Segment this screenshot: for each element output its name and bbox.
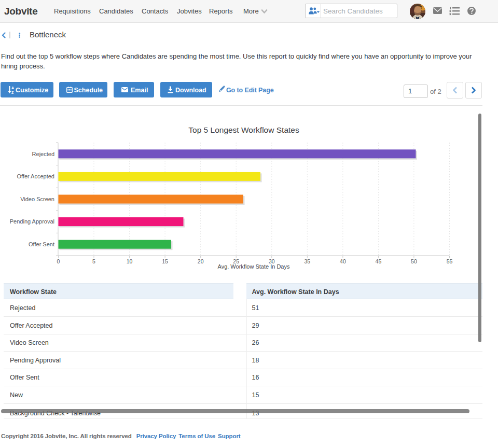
svg-text:45: 45	[376, 258, 382, 264]
svg-text:35: 35	[304, 258, 310, 264]
svg-text:10: 10	[127, 258, 133, 264]
svg-text:5: 5	[92, 258, 95, 264]
svg-text:Offer Accepted: Offer Accepted	[17, 173, 54, 179]
svg-text:40: 40	[340, 258, 346, 264]
svg-text:A: A	[11, 86, 14, 90]
svg-text:Top 5 Longest Workflow States: Top 5 Longest Workflow States	[188, 125, 299, 134]
svg-text:Offer Sent: Offer Sent	[29, 241, 54, 247]
svg-text:Pending Approval: Pending Approval	[10, 218, 54, 225]
svg-text:Video Screen: Video Screen	[20, 196, 54, 202]
svg-text:50: 50	[411, 258, 417, 264]
svg-text:15: 15	[162, 258, 168, 264]
svg-text:Avg. Workflow State In Days: Avg. Workflow State In Days	[218, 263, 290, 270]
svg-text:Rejected: Rejected	[32, 151, 54, 157]
svg-text:Z: Z	[11, 91, 14, 94]
svg-text:20: 20	[198, 258, 204, 264]
svg-text:0: 0	[57, 258, 60, 264]
svg-text:55: 55	[447, 258, 453, 264]
